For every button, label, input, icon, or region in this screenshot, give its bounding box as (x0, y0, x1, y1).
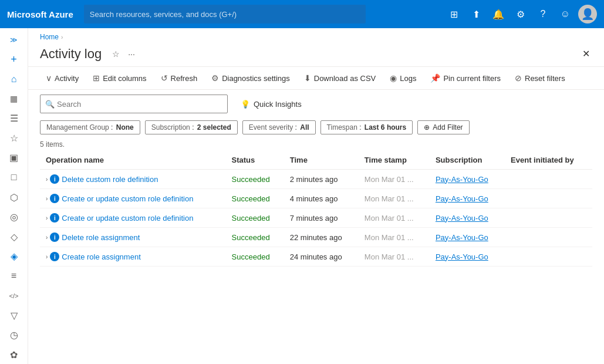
add-filter-button[interactable]: ⊕ Add Filter (417, 120, 469, 134)
info-icon: i (50, 174, 59, 184)
cell-operation: › i Create role assignment (40, 247, 226, 267)
col-subscription: Subscription (430, 151, 505, 170)
cell-status: Succeeded (226, 170, 284, 189)
brand-logo: Microsoft Azure (7, 9, 73, 19)
table-header: Operation name Status Time Time stamp Su… (40, 151, 592, 170)
sidebar-item-favorites[interactable]: ☆ (1, 129, 27, 148)
pin-icon: 📌 (430, 73, 440, 83)
table-row: › i Create or update custom role definit… (40, 208, 592, 228)
logs-icon: ◉ (390, 73, 397, 83)
page-header-actions: ☆ ··· (110, 47, 137, 61)
cell-time: 24 minutes ago (284, 247, 359, 267)
row-expand-icon[interactable]: › (46, 196, 48, 202)
cell-timestamp: Mon Mar 01 ... (359, 170, 430, 189)
info-icon: i (50, 252, 59, 261)
subscription-link[interactable]: Pay-As-You-Go (436, 214, 488, 223)
download-icon: ⬇ (304, 73, 311, 83)
breadcrumb: Home › (28, 28, 604, 43)
cell-initiated-by (505, 247, 592, 267)
global-search-input[interactable] (84, 5, 366, 23)
cloud-upload-icon[interactable]: ⬆ (467, 5, 485, 23)
cell-operation: › i Create or update custom role definit… (40, 189, 226, 208)
operation-link[interactable]: Delete custom role definition (62, 175, 158, 184)
settings-icon[interactable]: ⚙ (511, 5, 530, 23)
operation-link[interactable]: Create or update custom role definition (62, 214, 193, 223)
breadcrumb-home[interactable]: Home (40, 33, 59, 41)
subscription-link[interactable]: Pay-As-You-Go (436, 194, 488, 203)
activity-button[interactable]: ∨ Activity (40, 70, 85, 86)
sidebar-item-code[interactable]: </> (1, 287, 27, 305)
diagnostics-button[interactable]: ⚙ Diagnostics settings (205, 70, 296, 86)
page-title: Activity log (40, 46, 102, 62)
bell-icon[interactable]: 🔔 (489, 5, 508, 23)
sidebar-item-home[interactable]: ⌂ (1, 70, 27, 89)
info-icon: i (50, 232, 59, 242)
close-button[interactable]: ✕ (580, 46, 592, 62)
refresh-button[interactable]: ↺ Refresh (155, 70, 204, 86)
more-button[interactable]: ··· (126, 47, 137, 61)
activity-table: Operation name Status Time Time stamp Su… (40, 151, 592, 267)
row-expand-icon[interactable]: › (46, 215, 48, 221)
main-layout: ≫ + ⌂ ▦ ☰ ☆ ▣ □ ⬡ ◎ ◇ ◈ ≡ </> ▽ ◷ ✿ Home… (0, 28, 604, 364)
help-icon[interactable]: ? (534, 5, 552, 23)
subscription-link[interactable]: Pay-As-You-Go (436, 252, 488, 261)
pin-filters-button[interactable]: 📌 Pin current filters (424, 70, 507, 86)
sidebar-item-clock[interactable]: ◷ (1, 326, 27, 345)
download-csv-button[interactable]: ⬇ Download as CSV (298, 70, 382, 86)
toolbar: ∨ Activity ⊞ Edit columns ↺ Refresh ⚙ Di… (28, 67, 604, 90)
sidebar-item-db[interactable]: ⬡ (1, 188, 27, 207)
filter-management-group[interactable]: Management Group : None (40, 120, 140, 134)
cell-time: 2 minutes ago (284, 170, 359, 189)
reset-filters-button[interactable]: ⊘ Reset filters (509, 70, 571, 86)
sidebar-item-network[interactable]: ◎ (1, 208, 27, 227)
cell-timestamp: Mon Mar 01 ... (359, 189, 430, 208)
cell-time: 7 minutes ago (284, 208, 359, 228)
cell-initiated-by (505, 189, 592, 208)
sidebar-item-help2[interactable]: ✿ (1, 346, 27, 365)
cell-initiated-by (505, 208, 592, 228)
edit-columns-button[interactable]: ⊞ Edit columns (87, 70, 152, 86)
filter-event-severity[interactable]: Event severity : All (242, 120, 316, 134)
operation-link[interactable]: Create role assignment (62, 252, 140, 261)
sidebar-item-list[interactable]: ☰ (1, 109, 27, 128)
operation-link[interactable]: Create or update custom role definition (62, 194, 193, 203)
cell-time: 4 minutes ago (284, 189, 359, 208)
filter-subscription[interactable]: Subscription : 2 selected (145, 120, 238, 134)
cell-subscription: Pay-As-You-Go (430, 247, 505, 267)
grid-icon[interactable]: ⊞ (444, 5, 463, 23)
logs-button[interactable]: ◉ Logs (384, 70, 422, 86)
table-row: › i Create or update custom role definit… (40, 189, 592, 208)
search-icon: 🔍 (45, 100, 55, 109)
sidebar-expand[interactable]: ≫ (1, 31, 27, 49)
sidebar-item-deploy[interactable]: ▽ (1, 306, 27, 325)
filter-timespan[interactable]: Timespan : Last 6 hours (320, 120, 413, 134)
sidebar-item-menu2[interactable]: ≡ (1, 267, 27, 285)
feedback-icon[interactable]: ☺ (556, 5, 575, 23)
info-icon: i (50, 213, 59, 223)
table-row: › i Delete role assignment Succeeded22 m… (40, 228, 592, 247)
sidebar-item-resource[interactable]: □ (1, 168, 27, 187)
cell-timestamp: Mon Mar 01 ... (359, 228, 430, 247)
operation-link[interactable]: Delete role assignment (62, 233, 140, 242)
subscription-link[interactable]: Pay-As-You-Go (436, 233, 488, 242)
sidebar-item-tag[interactable]: ◈ (1, 247, 27, 266)
cell-subscription: Pay-As-You-Go (430, 170, 505, 189)
avatar[interactable]: 👤 (578, 5, 597, 23)
cell-timestamp: Mon Mar 01 ... (359, 208, 430, 228)
sidebar-item-dashboard[interactable]: ▦ (1, 90, 27, 109)
breadcrumb-separator: › (61, 34, 63, 41)
quick-insights-button[interactable]: 💡 Quick Insights (235, 97, 308, 112)
row-expand-icon[interactable]: › (46, 176, 48, 183)
refresh-icon: ↺ (161, 73, 168, 83)
row-expand-icon[interactable]: › (46, 234, 48, 241)
sidebar-item-shield[interactable]: ◇ (1, 227, 27, 246)
sidebar-item-create[interactable]: + (1, 50, 27, 69)
search-input[interactable] (57, 100, 222, 109)
cell-status: Succeeded (226, 228, 284, 247)
pin-button[interactable]: ☆ (110, 47, 122, 61)
subscription-link[interactable]: Pay-As-You-Go (436, 175, 488, 184)
page-header: Activity log ☆ ··· ✕ (28, 43, 604, 67)
row-expand-icon[interactable]: › (46, 254, 48, 260)
sidebar-item-allservices[interactable]: ▣ (1, 149, 27, 167)
cell-status: Succeeded (226, 247, 284, 267)
